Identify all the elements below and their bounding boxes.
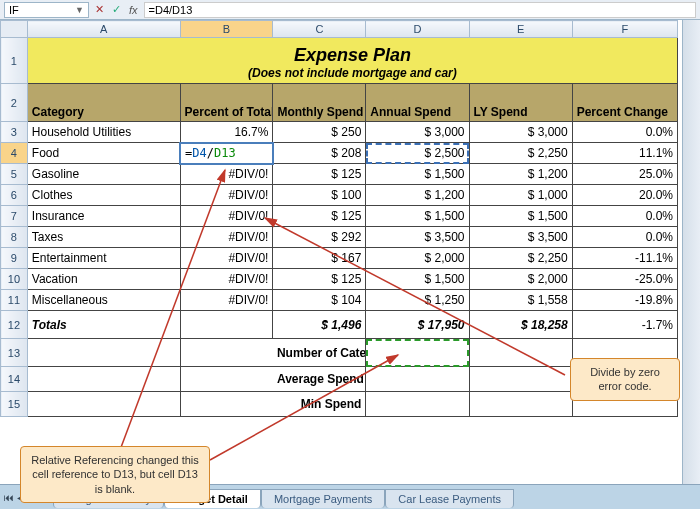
- row-header[interactable]: 8: [1, 227, 28, 248]
- cell-change[interactable]: 0.0%: [572, 122, 677, 143]
- cell[interactable]: $ 2,250: [469, 248, 572, 269]
- cell-percent[interactable]: 16.7%: [180, 122, 273, 143]
- row-header[interactable]: 12: [1, 311, 28, 339]
- cell[interactable]: [366, 367, 469, 392]
- formula-input[interactable]: =D4/D13: [144, 2, 696, 18]
- row-header[interactable]: 3: [1, 122, 28, 143]
- cell-percent[interactable]: #DIV/0!: [180, 269, 273, 290]
- accept-icon[interactable]: ✓: [112, 3, 121, 16]
- cell-category[interactable]: Miscellaneous: [27, 290, 180, 311]
- cell[interactable]: $ 125: [273, 164, 366, 185]
- totals-ly[interactable]: $ 18,258: [469, 311, 572, 339]
- cell-change[interactable]: 11.1%: [572, 143, 677, 164]
- col-header[interactable]: C: [273, 21, 366, 38]
- cell[interactable]: $ 3,500: [366, 227, 469, 248]
- tab-first-icon[interactable]: ⏮: [4, 492, 14, 503]
- row-header[interactable]: 2: [1, 84, 28, 122]
- cell-percent[interactable]: #DIV/0!: [180, 290, 273, 311]
- cell[interactable]: [27, 392, 180, 417]
- col-header[interactable]: D: [366, 21, 469, 38]
- col-header[interactable]: E: [469, 21, 572, 38]
- row-header[interactable]: 15: [1, 392, 28, 417]
- row-header[interactable]: 14: [1, 367, 28, 392]
- cell[interactable]: $ 2,500: [366, 143, 469, 164]
- cell[interactable]: $ 3,000: [469, 122, 572, 143]
- hdr-percent[interactable]: Percent of Total: [180, 84, 273, 122]
- chevron-down-icon[interactable]: ▼: [75, 5, 84, 15]
- cell[interactable]: $ 167: [273, 248, 366, 269]
- cell-category[interactable]: Taxes: [27, 227, 180, 248]
- cell[interactable]: [366, 392, 469, 417]
- cell-percent[interactable]: #DIV/0!: [180, 248, 273, 269]
- cell-category[interactable]: Vacation: [27, 269, 180, 290]
- cell[interactable]: $ 1,558: [469, 290, 572, 311]
- cell[interactable]: [27, 339, 180, 367]
- select-all-corner[interactable]: [1, 21, 28, 38]
- row-header[interactable]: 4: [1, 143, 28, 164]
- cell[interactable]: $ 125: [273, 269, 366, 290]
- avg-spend-label2[interactable]: Average Spend: [273, 367, 366, 392]
- hdr-category[interactable]: Category: [27, 84, 180, 122]
- cell-change[interactable]: 20.0%: [572, 185, 677, 206]
- cell[interactable]: $ 3,500: [469, 227, 572, 248]
- cell-change[interactable]: 25.0%: [572, 164, 677, 185]
- cell-change[interactable]: -25.0%: [572, 269, 677, 290]
- num-categories-label2[interactable]: Number of Categories: [273, 339, 366, 367]
- cell-change[interactable]: 0.0%: [572, 227, 677, 248]
- hdr-change[interactable]: Percent Change: [572, 84, 677, 122]
- cell[interactable]: [469, 392, 572, 417]
- cell[interactable]: $ 208: [273, 143, 366, 164]
- num-categories-label[interactable]: [180, 339, 273, 367]
- row-header[interactable]: 9: [1, 248, 28, 269]
- cell[interactable]: [27, 367, 180, 392]
- cell[interactable]: $ 2,000: [469, 269, 572, 290]
- cell[interactable]: $ 125: [273, 206, 366, 227]
- row-header[interactable]: 10: [1, 269, 28, 290]
- totals-label[interactable]: Totals: [27, 311, 180, 339]
- row-header[interactable]: 1: [1, 38, 28, 84]
- cell[interactable]: $ 1,500: [366, 164, 469, 185]
- cell[interactable]: $ 1,500: [366, 269, 469, 290]
- totals-change[interactable]: -1.7%: [572, 311, 677, 339]
- cell-category[interactable]: Entertainment: [27, 248, 180, 269]
- vertical-scrollbar[interactable]: [682, 20, 700, 484]
- cell-category[interactable]: Gasoline: [27, 164, 180, 185]
- cell[interactable]: $ 250: [273, 122, 366, 143]
- cell-percent[interactable]: =D4/D13: [180, 143, 273, 164]
- sheet-tab[interactable]: Car Lease Payments: [385, 489, 514, 508]
- cell-percent[interactable]: #DIV/0!: [180, 164, 273, 185]
- cell[interactable]: $ 2,000: [366, 248, 469, 269]
- cell-d13[interactable]: [366, 339, 469, 367]
- cancel-icon[interactable]: ✕: [95, 3, 104, 16]
- cell[interactable]: $ 100: [273, 185, 366, 206]
- cell[interactable]: $ 1,000: [469, 185, 572, 206]
- min-spend-label2[interactable]: Min Spend: [273, 392, 366, 417]
- hdr-annual[interactable]: Annual Spend: [366, 84, 469, 122]
- cell[interactable]: $ 104: [273, 290, 366, 311]
- hdr-ly[interactable]: LY Spend: [469, 84, 572, 122]
- col-header[interactable]: B: [180, 21, 273, 38]
- hdr-monthly[interactable]: Monthly Spend: [273, 84, 366, 122]
- row-header[interactable]: 7: [1, 206, 28, 227]
- totals-monthly[interactable]: $ 1,496: [273, 311, 366, 339]
- cell[interactable]: [469, 367, 572, 392]
- min-spend-label[interactable]: [180, 392, 273, 417]
- totals-annual[interactable]: $ 17,950: [366, 311, 469, 339]
- name-box[interactable]: IF ▼: [4, 2, 89, 18]
- cell-category[interactable]: Food: [27, 143, 180, 164]
- fx-icon[interactable]: fx: [129, 4, 138, 16]
- sheet-tab[interactable]: Mortgage Payments: [261, 489, 385, 508]
- cell[interactable]: $ 1,200: [366, 185, 469, 206]
- row-header[interactable]: 11: [1, 290, 28, 311]
- cell-category[interactable]: Insurance: [27, 206, 180, 227]
- cell[interactable]: [469, 339, 572, 367]
- cell-category[interactable]: Household Utilities: [27, 122, 180, 143]
- row-header[interactable]: 13: [1, 339, 28, 367]
- cell[interactable]: $ 1,500: [469, 206, 572, 227]
- cell[interactable]: $ 1,200: [469, 164, 572, 185]
- cell[interactable]: $ 1,250: [366, 290, 469, 311]
- cell-percent[interactable]: #DIV/0!: [180, 206, 273, 227]
- avg-spend-label[interactable]: [180, 367, 273, 392]
- cell-change[interactable]: 0.0%: [572, 206, 677, 227]
- col-header[interactable]: A: [27, 21, 180, 38]
